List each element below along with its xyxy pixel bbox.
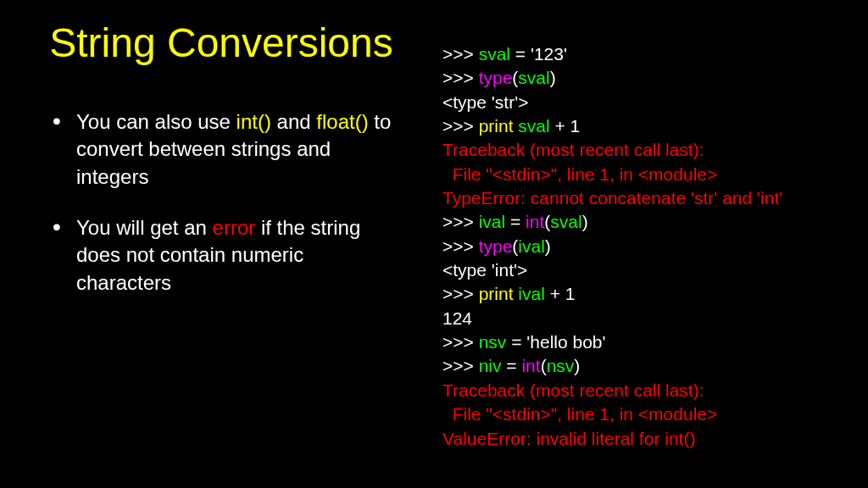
var: sval [518,116,549,136]
left-column: String Conversions You can also use int(… [0,0,434,488]
text: You can also use [76,110,236,133]
code-line-error: ValueError: invalid literal for int() [442,427,851,451]
prompt: >>> [442,332,479,352]
keyword-float: float() [316,110,368,133]
text: + 1 [545,284,576,303]
func: type [479,68,513,87]
var: sval [479,44,510,64]
code-line: >>> print ival + 1 [442,282,851,306]
func: int [521,356,540,375]
keyword-error: error [213,216,256,239]
var: nsv [479,332,507,352]
code-line: >>> sval = '123' [442,42,851,66]
code-line-error: Traceback (most recent call last): [442,138,851,162]
code-line: <type 'str'> [442,91,851,114]
text: = '123' [510,44,567,64]
var: sval [518,68,549,87]
code-line: >>> print sval + 1 [442,114,851,138]
prompt: >>> [442,212,479,231]
keyword: print [479,284,519,303]
var: nsv [547,356,575,375]
keyword: print [479,116,519,136]
code-line: >>> niv = int(nsv) [442,354,851,378]
text: ) [574,356,580,375]
right-column: >>> sval = '123' >>> type(sval) <type 's… [434,0,868,488]
prompt: >>> [442,284,479,303]
code-line-error: Traceback (most recent call last): [442,379,851,402]
prompt: >>> [442,236,479,256]
slide-title: String Conversions [34,21,409,66]
var: ival [518,284,545,303]
prompt: >>> [442,68,479,87]
var: sval [550,212,581,231]
code-line: >>> nsv = 'hello bob' [442,330,851,354]
var: ival [479,212,506,231]
code-line: >>> ival = int(sval) [442,210,851,234]
prompt: >>> [442,356,479,375]
code-line: 124 [442,307,851,330]
slide: String Conversions You can also use int(… [0,0,868,488]
code-line: >>> type(ival) [442,235,851,258]
code-line: <type 'int'> [442,258,851,282]
text: ) [582,212,588,231]
var: ival [518,236,545,256]
text: and [271,110,316,133]
code-line-error: File "<stdin>", line 1, in <module> [442,163,851,186]
var: niv [479,356,502,375]
code-line-error: File "<stdin>", line 1, in <module> [442,402,851,426]
text: = [502,356,522,375]
text: = [505,212,526,231]
text: You will get an [76,216,213,239]
code-block: >>> sval = '123' >>> type(sval) <type 's… [442,42,851,451]
bullet-list: You can also use int() and float() to co… [34,108,409,297]
code-line-error: TypeError: cannot concatenate 'str' and … [442,186,851,210]
keyword-int: int() [236,110,271,133]
bullet-item-1: You can also use int() and float() to co… [76,108,409,191]
bullet-item-2: You will get an error if the string does… [76,214,409,297]
text: ) [550,68,556,87]
text: ) [545,236,551,256]
text: = 'hello bob' [506,332,605,352]
func: type [479,236,513,256]
text: + 1 [550,116,581,136]
prompt: >>> [442,44,479,64]
text: ( [541,356,547,375]
func: int [526,212,544,231]
prompt: >>> [442,116,479,136]
code-line: >>> type(sval) [442,66,851,90]
